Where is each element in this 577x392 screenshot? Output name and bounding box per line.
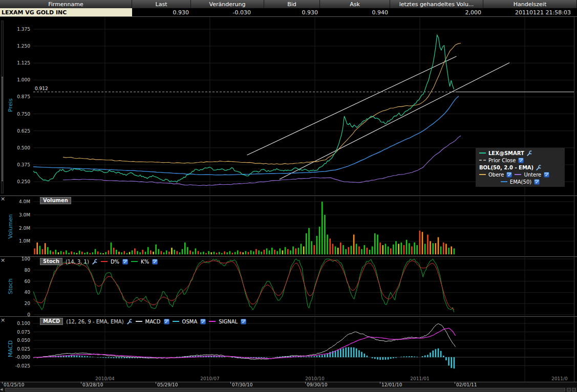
prior-close-label: Prior Close [488, 158, 516, 163]
x-axis-tick [81, 382, 81, 384]
stoch-k-swatch [131, 261, 138, 262]
x-axis-date-label: 02/01/11 [456, 382, 477, 387]
prior-close-price-label: 0.912 [35, 86, 48, 91]
change-value: -0.030 [191, 8, 264, 17]
scrollbar-left-arrow-icon[interactable]: ◀ [0, 387, 3, 392]
legend-row-bollinger: BOL(50, 2.0 - EMA) [476, 164, 565, 171]
price-y-tick-label: 0.625 [6, 128, 30, 134]
price-y-tick-label: 1.000 [6, 77, 30, 82]
x-axis-date-label: 01/25/10 [4, 382, 24, 387]
scrollbar-zoom-button[interactable] [567, 388, 571, 391]
x-axis-tick [156, 382, 156, 384]
col-header-firmenname[interactable]: Firmenname [0, 0, 132, 8]
volume-y-tick-label: 2.0M [6, 226, 30, 231]
x-axis-quarter-label: 2010/07 [197, 376, 223, 381]
macd-y-tick-label: 0.100 [6, 321, 30, 326]
price-y-tick-label: 0.375 [6, 162, 30, 167]
volume-chart-canvas[interactable] [0, 197, 577, 256]
x-axis-tick [305, 382, 306, 384]
col-header-ask[interactable]: Ask [320, 0, 390, 8]
x-axis-quarter-label: 2010/04 [92, 376, 118, 381]
stoch-d-swatch [101, 261, 108, 262]
x-axis-date-label: 07/30/10 [232, 382, 252, 387]
price-y-tick-label: 1.250 [6, 43, 30, 49]
upper-band-label: Obere [488, 172, 504, 178]
macd-params: (12, 26, 9 - EMA, EMA) [66, 319, 123, 324]
bollinger-label: BOL(50, 2.0 - EMA) [479, 165, 533, 170]
col-header-last[interactable]: Last [132, 0, 191, 8]
upper-band-checkbox[interactable]: ✓ [506, 172, 512, 178]
volume-panel-label[interactable]: Volumen [40, 197, 71, 204]
settings-wrench-icon[interactable] [527, 150, 532, 156]
x-axis-quarter-label: 2011/0 [547, 376, 572, 381]
osma-checkbox[interactable]: ✓ [200, 319, 206, 324]
macd-panel-label[interactable]: MACD [40, 318, 63, 325]
col-header-bid[interactable]: Bid [264, 0, 320, 8]
macd-y-tick-label: -0.000 [6, 355, 30, 360]
x-axis-tick [380, 382, 380, 384]
x-axis-tick [455, 382, 455, 384]
x-axis-tick [2, 382, 3, 384]
stoch-d-label: D% [111, 259, 119, 265]
symbol-name-cell[interactable]: LEXAM VG GOLD INC [0, 8, 132, 17]
x-axis-quarter-label: 2011/01 [407, 376, 433, 381]
right-edge-border [574, 17, 574, 382]
x-axis-tick [230, 382, 231, 384]
price-y-tick-label: 1.125 [6, 60, 30, 66]
quote-row: LEXAM VG GOLD INC 0.930 -0.030 0.930 0.9… [0, 8, 577, 17]
prior-close-checkbox[interactable]: ✓ [518, 158, 524, 163]
stoch-k-checkbox[interactable]: ✓ [152, 259, 158, 265]
quote-column-headers: Firmenname Last Veränderung Bid Ask letz… [0, 0, 577, 8]
macd-line-label: MACD [145, 319, 161, 324]
legend-row-ema: EMA(50) ✓ [476, 178, 565, 185]
close-macd-panel-button[interactable]: × [1, 318, 5, 323]
macd-chart-canvas[interactable] [0, 317, 577, 381]
volume-y-tick-label: 4.0M [6, 199, 30, 204]
price-y-tick-label: 0.500 [6, 145, 30, 150]
ema-checkbox[interactable]: ✓ [534, 179, 540, 185]
stoch-params: (14, 3, 1) [66, 259, 89, 265]
trading-chart-app: Firmenname Last Veränderung Bid Ask letz… [0, 0, 577, 392]
signal-label: SIGNAL [219, 319, 238, 324]
settings-wrench-icon[interactable] [92, 259, 98, 265]
lower-band-label: Untere [524, 172, 541, 178]
stoch-panel-label[interactable]: Stoch [40, 258, 62, 265]
volume-y-tick-label: 1.0M [6, 238, 30, 244]
x-axis-date-label: 09/30/10 [307, 382, 327, 387]
stoch-k-label: K% [141, 259, 149, 265]
last-value: 0.930 [132, 8, 191, 17]
stoch-y-tick-label: 100 [6, 256, 30, 262]
signal-checkbox[interactable]: ✓ [241, 319, 246, 324]
close-volume-panel-button[interactable]: × [1, 197, 5, 202]
close-stoch-panel-button[interactable]: × [1, 258, 5, 263]
settings-wrench-icon[interactable] [536, 165, 542, 170]
scrollbar-zoom-button[interactable] [572, 388, 576, 391]
osma-label: OSMA [182, 319, 198, 324]
volume-panel-header: Volumen [40, 197, 71, 204]
last-trade-volume-value: 2,000 [390, 8, 483, 17]
stoch-chart-canvas[interactable] [0, 257, 577, 316]
price-vertical-scrollbar-thumb[interactable] [2, 77, 3, 181]
price-y-tick-label: 0.250 [6, 179, 30, 184]
horizontal-scrollbar-thumb[interactable] [5, 388, 565, 391]
settings-wrench-icon[interactable] [127, 319, 133, 324]
col-header-volume[interactable]: letztes gehandeltes Volu... [390, 0, 483, 8]
price-series-swatch [479, 153, 486, 154]
stoch-d-checkbox[interactable]: ✓ [122, 259, 128, 265]
price-y-tick-label: 0.875 [6, 94, 30, 99]
stoch-y-tick-label: 20 [6, 301, 30, 306]
legend-row-main: LEX@SMART [476, 149, 565, 157]
price-y-tick-label: 0.750 [6, 112, 30, 117]
col-header-veraenderung[interactable]: Veränderung [191, 0, 264, 8]
stoch-y-tick-label: 40 [6, 290, 30, 295]
volume-y-tick-label: 3.0M [6, 212, 30, 217]
stoch-y-tick-label: 60 [6, 279, 30, 284]
x-axis-date-label: 05/29/10 [157, 382, 178, 387]
x-axis-date-label: 12/01/10 [381, 382, 402, 387]
macd-line-checkbox[interactable]: ✓ [164, 319, 169, 324]
macd-line-swatch [136, 321, 142, 322]
lower-band-checkbox[interactable]: ✓ [544, 172, 549, 178]
stoch-y-tick-label: 0 [6, 312, 30, 317]
macd-panel-header: MACD (12, 26, 9 - EMA, EMA) MACD ✓ OSMA … [40, 318, 246, 325]
col-header-handelszeit[interactable]: Handelszeit [483, 0, 577, 8]
